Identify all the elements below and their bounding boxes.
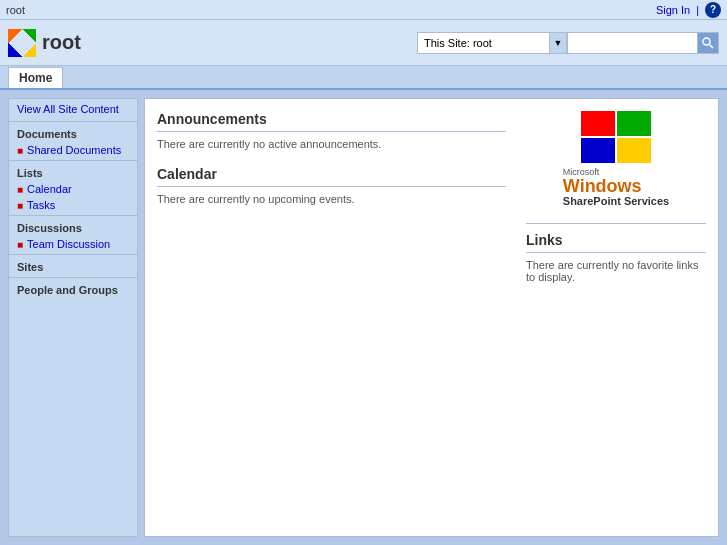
- content-area: Announcements There are currently no act…: [144, 98, 719, 537]
- search-icon: [702, 37, 714, 49]
- wss-logo: Microsoft Windows SharePoint Services: [526, 111, 706, 207]
- sidebar-item-team-discussion[interactable]: ■ Team Discussion: [9, 236, 137, 252]
- search-input[interactable]: [567, 32, 697, 54]
- svg-point-0: [703, 38, 710, 45]
- nav-bar: Home: [0, 66, 727, 90]
- sidebar-item-calendar[interactable]: ■ Calendar: [9, 181, 137, 197]
- header: root This Site: root This Site Collectio…: [0, 20, 727, 66]
- site-select-wrapper: This Site: root This Site Collection All…: [417, 32, 567, 54]
- announcements-title: Announcements: [157, 111, 506, 132]
- site-select[interactable]: This Site: root This Site Collection All…: [417, 32, 567, 54]
- flag-red: [581, 111, 615, 136]
- sidebar-section-discussions: Discussions: [9, 218, 137, 236]
- links-divider: [526, 223, 706, 224]
- bullet-icon-2: ■: [17, 184, 23, 195]
- sidebar-section-documents: Documents: [9, 124, 137, 142]
- flag-blue: [581, 138, 615, 163]
- sidebar-people-groups[interactable]: People and Groups: [9, 280, 137, 300]
- sidebar-view-all-content[interactable]: View All Site Content: [9, 99, 137, 119]
- sidebar-divider-1: [9, 121, 137, 122]
- main-container: View All Site Content Documents ■ Shared…: [0, 90, 727, 545]
- site-logo: root: [8, 29, 81, 57]
- site-name: root: [42, 31, 81, 54]
- wss-flag-icon: [581, 111, 651, 163]
- flag-green: [617, 111, 651, 136]
- top-bar: root Sign In | ?: [0, 0, 727, 20]
- links-title: Links: [526, 232, 706, 253]
- bullet-icon-1: ■: [17, 145, 23, 156]
- search-button[interactable]: [697, 32, 719, 54]
- top-bar-right: Sign In | ?: [656, 2, 721, 18]
- content-sidebar: Microsoft Windows SharePoint Services Li…: [526, 111, 706, 524]
- sidebar-divider-5: [9, 277, 137, 278]
- content-main: Announcements There are currently no act…: [157, 111, 506, 524]
- announcements-body: There are currently no active announceme…: [157, 138, 506, 150]
- sidebar: View All Site Content Documents ■ Shared…: [8, 98, 138, 537]
- sidebar-divider-4: [9, 254, 137, 255]
- bullet-icon-4: ■: [17, 239, 23, 250]
- flag-yellow: [617, 138, 651, 163]
- wss-windows-label: Windows: [563, 177, 669, 195]
- bullet-icon-3: ■: [17, 200, 23, 211]
- select-arrow-icon[interactable]: ▼: [549, 32, 567, 54]
- calendar-title: Calendar: [157, 166, 506, 187]
- sidebar-divider-3: [9, 215, 137, 216]
- wss-text-block: Microsoft Windows SharePoint Services: [563, 167, 669, 207]
- sidebar-divider-2: [9, 160, 137, 161]
- wss-sharepoint-label: SharePoint Services: [563, 195, 669, 207]
- sidebar-section-sites: Sites: [9, 257, 137, 275]
- site-logo-icon: [8, 29, 36, 57]
- sidebar-item-shared-documents[interactable]: ■ Shared Documents: [9, 142, 137, 158]
- top-bar-title: root: [6, 4, 25, 16]
- links-section: Links There are currently no favorite li…: [526, 232, 706, 283]
- svg-line-1: [710, 44, 714, 48]
- sidebar-item-tasks[interactable]: ■ Tasks: [9, 197, 137, 213]
- links-body: There are currently no favorite links to…: [526, 259, 706, 283]
- tab-home[interactable]: Home: [8, 67, 63, 88]
- sidebar-section-lists: Lists: [9, 163, 137, 181]
- header-search: This Site: root This Site Collection All…: [417, 32, 719, 54]
- help-icon[interactable]: ?: [705, 2, 721, 18]
- calendar-body: There are currently no upcoming events.: [157, 193, 506, 205]
- signin-link[interactable]: Sign In: [656, 4, 690, 16]
